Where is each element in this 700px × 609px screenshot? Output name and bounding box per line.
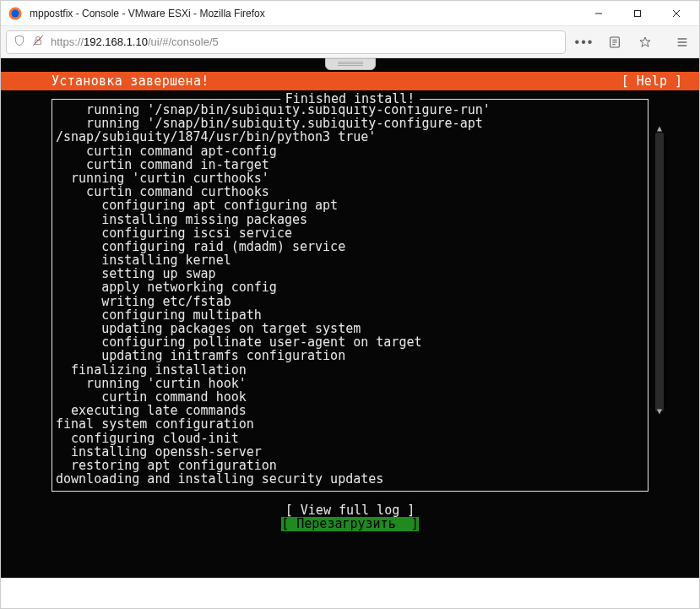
url-path: /ui/#/console/5 [148,35,219,48]
lock-icon [32,35,44,49]
close-button[interactable] [657,1,696,26]
browser-statusbar-area [1,578,699,608]
address-bar: https://192.168.1.10/ui/#/console/5 ••• [1,26,699,58]
url-protocol: https:// [51,35,84,48]
installer-options: [ View full log ] [ Перезагрузить ] [52,503,648,530]
bookmark-icon[interactable] [633,30,657,54]
reboot-option[interactable]: [ Перезагрузить ] [281,517,419,530]
hamburger-menu-icon[interactable] [670,30,694,54]
install-log-title: Finished install! [280,92,421,106]
firefox-icon [8,6,23,21]
url-field[interactable]: https://192.168.1.10/ui/#/console/5 [6,30,566,54]
view-full-log-option[interactable]: [ View full log ] [285,503,415,517]
svg-rect-3 [635,10,641,16]
install-log-box: Finished install! running '/snap/bin/sub… [52,99,648,492]
maximize-button[interactable] [618,1,657,26]
help-button[interactable]: [ Help ] [621,74,682,88]
installer-status-text: Установка завершена! [52,74,209,88]
scrollbar-up-icon[interactable]: ▲ [657,124,662,133]
scrollbar-thumb[interactable] [655,133,664,411]
install-log-content: running '/snap/bin/subiquity.subiquity-c… [56,101,644,486]
window-title: mppostfix - Console - VMware ESXi - Mozi… [30,8,579,19]
more-icon[interactable]: ••• [572,30,596,54]
installer-header: Установка завершена! [ Help ] [1,72,699,90]
svg-point-1 [12,9,19,17]
url-host: 192.168.1.10 [84,35,148,48]
svg-line-7 [33,35,43,46]
pull-tab-handle[interactable] [325,58,376,70]
scrollbar-down-icon[interactable]: ▼ [657,407,662,416]
minimize-button[interactable] [579,1,618,26]
console-area: Установка завершена! [ Help ] Finished i… [1,58,699,578]
reader-mode-icon[interactable] [603,30,627,54]
shield-icon [14,35,25,49]
window-titlebar: mppostfix - Console - VMware ESXi - Mozi… [1,1,699,26]
